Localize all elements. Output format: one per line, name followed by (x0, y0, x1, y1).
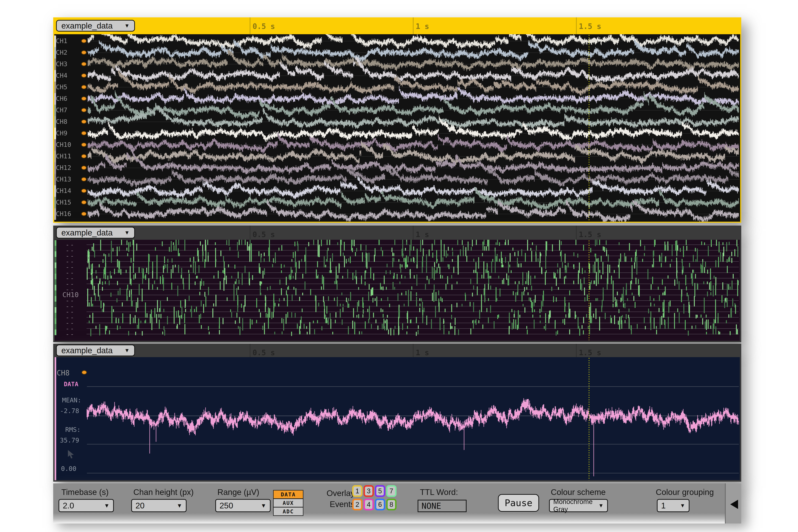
chan-height-dropdown[interactable]: 20 ▼ (131, 499, 187, 512)
control-bar: Timebase (s) 2.0 ▼ Chan height (px) 20 ▼… (53, 483, 741, 524)
channel-enable-dot[interactable] (81, 85, 87, 89)
overlay-event-button-4[interactable]: 4 (363, 499, 374, 510)
single-mean-value: -2.78 (60, 407, 79, 414)
time-ruler-tick (576, 17, 577, 34)
chevron-down-icon: ▼ (261, 502, 266, 509)
range-value: 250 (220, 501, 233, 510)
colour-scheme-value: Monochrome Gray (553, 498, 598, 513)
overlay-event-button-6[interactable]: 6 (375, 499, 385, 510)
lfp-channel-label[interactable]: CH15 (56, 198, 71, 206)
channel-enable-dot[interactable] (81, 154, 87, 158)
range-dropdown[interactable]: 250 ▼ (215, 499, 271, 512)
timebase-value: 2.0 (63, 501, 74, 510)
lfp-channel-label[interactable]: CH5 (56, 83, 68, 91)
raster-strip-segment (55, 290, 56, 296)
channel-enable-dot[interactable] (81, 39, 87, 43)
raster-dataset-dropdown[interactable]: example_data ▼ (56, 227, 135, 239)
time-ruler-label: 1 s (416, 348, 429, 357)
overlay-event-button-2[interactable]: 2 (352, 499, 362, 510)
colour-grouping-dropdown[interactable]: 1 ▼ (657, 499, 689, 512)
channel-enable-dot[interactable] (81, 96, 87, 101)
signal-button-adc[interactable]: ADC (273, 507, 303, 516)
time-ruler-tick (413, 17, 414, 34)
lfp-channel-label[interactable]: CH3 (56, 60, 68, 68)
single-header: example_data ▼ 0.5 s1 s1.5 s (53, 344, 741, 357)
single-trace-canvas[interactable] (55, 357, 740, 480)
lfp-channel-label[interactable]: CH4 (56, 72, 68, 79)
time-ruler-tick (250, 226, 250, 240)
overlay-event-button-3[interactable]: 3 (363, 485, 374, 497)
ttl-word-field[interactable]: NONE (418, 500, 467, 512)
lfp-channel-label[interactable]: CH8 (56, 118, 68, 125)
channel-enable-dot[interactable] (81, 73, 87, 78)
raster-strip-segment (55, 273, 56, 279)
single-channel-enable-dot[interactable] (81, 370, 87, 375)
time-ruler-tick (576, 344, 577, 357)
raster-strip-segment (55, 313, 56, 319)
bar-right-strip (725, 483, 741, 524)
collapse-left-arrow-icon[interactable] (730, 500, 738, 509)
single-cursor-value: 0.00 (61, 465, 76, 472)
lfp-channel-label[interactable]: CH16 (56, 210, 71, 217)
raster-strip-segment (55, 251, 56, 257)
channel-enable-dot[interactable] (81, 119, 87, 124)
lfp-channel-label[interactable]: CH11 (56, 152, 71, 160)
lfp-dataset-dropdown[interactable]: example_data ▼ (56, 20, 135, 32)
lfp-header: example_data ▼ 0.5 s1 s1.5 s (53, 17, 741, 34)
channel-enable-dot[interactable] (81, 166, 87, 170)
raster-strip-segment (55, 257, 56, 263)
pause-button[interactable]: Pause (498, 494, 539, 512)
channel-enable-dot[interactable] (81, 177, 87, 182)
raster-strip-segment (55, 324, 56, 330)
overlay-event-button-7[interactable]: 7 (386, 485, 397, 497)
time-ruler-label: 0.5 s (252, 230, 275, 239)
channel-enable-dot[interactable] (81, 131, 87, 135)
raster-strip-segment (55, 307, 56, 313)
chevron-down-icon: ▼ (104, 502, 110, 509)
channel-enable-dot[interactable] (81, 62, 87, 66)
colour-scheme-dropdown[interactable]: Monochrome Gray ▼ (549, 499, 608, 512)
chevron-down-icon: ▼ (177, 502, 182, 509)
single-dataset-dropdown[interactable]: example_data ▼ (56, 345, 135, 356)
single-color-strip (55, 357, 56, 480)
lfp-channel-label[interactable]: CH2 (56, 49, 68, 56)
chevron-down-icon: ▼ (124, 347, 130, 354)
single-plot-area[interactable]: CH8 DATA MEAN: -2.78 RMS: 35.79 0.00 (55, 357, 740, 480)
overlay-event-button-1[interactable]: 1 (352, 485, 362, 497)
lfp-channel-label[interactable]: CH9 (56, 130, 68, 137)
lfp-plot-area[interactable]: CH1CH2CH3CH4CH5CH6CH7CH8CH9CH10CH11CH12C… (54, 34, 740, 222)
ttl-word-label: TTL Word: (420, 487, 458, 497)
raster-plot-area[interactable]: ------------------CH10-------------- (55, 240, 740, 341)
raster-strip-segment (55, 296, 56, 302)
colour-grouping-value: 1 (661, 501, 666, 510)
chevron-down-icon: ▼ (598, 502, 604, 509)
lfp-channel-label[interactable]: CH1 (56, 37, 68, 44)
lfp-channel-label[interactable]: CH6 (56, 95, 68, 102)
signal-button-data[interactable]: DATA (273, 490, 303, 499)
signal-button-aux[interactable]: AUX (273, 498, 303, 507)
timebase-dropdown[interactable]: 2.0 ▼ (58, 499, 114, 512)
lfp-traces-canvas[interactable] (54, 34, 740, 222)
channel-enable-dot[interactable] (81, 189, 87, 193)
lfp-viewer-panel: example_data ▼ 0.5 s1 s1.5 s CH1CH2CH3CH… (53, 17, 741, 223)
lfp-channel-label[interactable]: CH10 (56, 141, 71, 148)
ttl-word-value: NONE (421, 501, 441, 511)
raster-row-dash-label[interactable]: -- (65, 330, 75, 338)
time-ruler-label: 0.5 s (252, 348, 275, 357)
lfp-channel-label[interactable]: CH14 (56, 187, 71, 194)
lfp-channel-label[interactable]: CH7 (56, 107, 68, 114)
overlay-event-button-8[interactable]: 8 (386, 499, 397, 510)
colour-scheme-label: Colour scheme (551, 487, 606, 497)
overlay-label-line2: Events (307, 499, 355, 509)
channel-enable-dot[interactable] (81, 50, 87, 55)
range-label: Range (µV) (217, 487, 259, 497)
lfp-channel-label[interactable]: CH13 (56, 175, 71, 183)
channel-enable-dot[interactable] (81, 142, 87, 147)
lfp-channel-label[interactable]: CH12 (56, 164, 71, 171)
overlay-event-button-5[interactable]: 5 (375, 485, 385, 497)
channel-enable-dot[interactable] (81, 200, 87, 205)
raster-spikes-canvas[interactable] (55, 240, 740, 341)
lfp-dataset-value: example_data (61, 21, 113, 31)
channel-enable-dot[interactable] (81, 212, 87, 216)
channel-enable-dot[interactable] (81, 108, 87, 112)
